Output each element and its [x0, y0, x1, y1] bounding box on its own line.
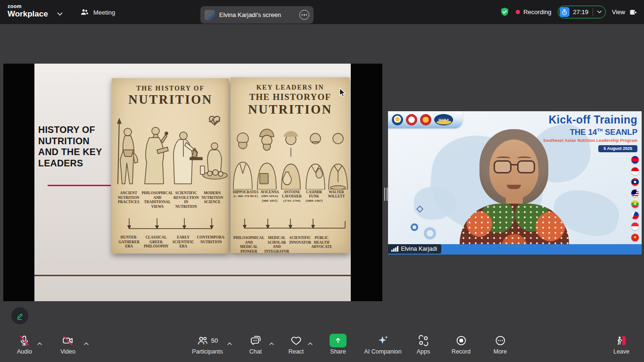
tab-options-ellipsis-icon[interactable] — [299, 10, 309, 20]
banner-title: Kick-off Training — [543, 114, 637, 126]
audio-level-icon — [391, 246, 398, 252]
wooden-floor-graphic — [34, 275, 351, 301]
timer-divider — [593, 8, 593, 16]
apps-icon — [418, 335, 429, 346]
poster1-stage: MODERN NUTRITION SCIENCE — [199, 191, 225, 209]
tab-screen-share[interactable]: Elvina Karjadi's screen — [200, 6, 314, 24]
video-button[interactable]: Video — [60, 334, 75, 355]
leader-column: WALTER WILLETT — [325, 190, 347, 203]
chat-icon — [250, 335, 262, 346]
apps-button[interactable]: Apps — [417, 334, 430, 355]
annotate-button[interactable] — [11, 307, 28, 324]
more-label: More — [494, 348, 507, 355]
leader-name: ANTOINE LAVOISIER — [282, 190, 302, 198]
speaker-eyebrow — [496, 156, 511, 160]
flag-singapore-icon — [631, 222, 639, 230]
glasses-lens — [494, 160, 512, 173]
poster1-stages-row: ANCIENT NUTRITION PRACTICES PHILOSOPHICA… — [116, 191, 225, 209]
meeting-tab-label: Meeting — [93, 9, 115, 16]
react-chevron-icon[interactable] — [308, 339, 313, 347]
poster2-title-line2: THE HISTORYOF — [231, 92, 350, 102]
record-icon — [455, 335, 467, 346]
tab-meeting[interactable]: Meeting — [80, 6, 115, 19]
poster1-stage: PHILOSOPHICAL AND TRADITIONAL VIEWS — [141, 191, 173, 209]
timer-chevron-down-icon[interactable] — [597, 10, 602, 14]
record-button[interactable]: Record — [452, 334, 471, 355]
leader-dates: (c. 460–370 BCE) — [233, 194, 258, 198]
chat-chevron-icon[interactable] — [269, 339, 274, 347]
leader-column: ANTOINE LAVOISIER(1743–1794) — [281, 190, 303, 203]
slide-accent-line — [48, 185, 111, 186]
timer-value: 27:19 — [573, 8, 589, 16]
react-button[interactable]: React — [289, 334, 304, 355]
poster1-eras-row: HUNTER- GATHERER ERA CLASSICAL GREEK PHI… — [116, 235, 225, 249]
more-ellipsis-icon — [494, 335, 506, 346]
chat-button[interactable]: Chat — [249, 334, 262, 355]
top-bar: zoom Workplace Meeting Elvina Karjadi's … — [0, 0, 644, 24]
leave-button[interactable]: Leave — [613, 334, 629, 355]
poster2-roles-row: PHILOSOPHICAL AND MEDICAL PIONEER MEDICA… — [233, 236, 328, 254]
record-label: Record — [452, 348, 471, 355]
view-label: View — [612, 8, 625, 16]
flag-laos-icon — [631, 178, 639, 186]
video-label: Video — [60, 348, 75, 355]
recording-label: Recording — [523, 8, 551, 16]
ring-decoration — [411, 223, 418, 231]
participants-icon — [197, 335, 209, 346]
poster1-timeline-graphic — [116, 218, 225, 233]
security-shield-icon[interactable] — [500, 7, 510, 17]
leader-column: CASIMIR FUNK(1884–1967) — [303, 190, 325, 203]
flag-indonesia-icon — [631, 167, 639, 175]
speaker-eyebrow — [517, 156, 531, 160]
poster1-era: EARLY SCIENTIFIC ERA — [170, 235, 197, 249]
timer-badge — [560, 7, 570, 17]
more-button[interactable]: More — [494, 334, 507, 355]
torch-logo-icon — [420, 114, 431, 125]
leader-name: CASIMIR FUNK — [306, 190, 322, 198]
ministry-logo-icon — [392, 114, 403, 125]
poster1-era: CLASSICAL GREEK PHILOSOPHY — [143, 235, 170, 249]
video-options-chevron-icon[interactable] — [84, 339, 89, 347]
banner-date-badge: 5 August 2025 — [598, 145, 637, 152]
people-icon — [80, 8, 89, 16]
poster1-stage: ANCIENT NUTRITION PRACTICES — [116, 191, 141, 209]
share-label: Share — [330, 348, 346, 355]
flag-myanmar-icon — [631, 200, 639, 208]
recording-indicator: Recording — [516, 8, 551, 16]
leader-role: PHILOSOPHICAL AND MEDICAL PIONEER — [233, 236, 264, 254]
leave-label: Leave — [613, 348, 629, 355]
meeting-timer[interactable]: 27:19 — [558, 6, 606, 18]
recording-dot-icon — [516, 10, 520, 14]
banner-subtitle-sup: TH — [597, 128, 603, 132]
pencil-icon — [16, 312, 25, 321]
react-label: React — [289, 348, 304, 355]
slide-title: HISTORY OF NUTRITION AND THE KEY LEADERS — [38, 124, 102, 169]
workspace-chevron-down-icon[interactable] — [57, 9, 63, 18]
leader-dates: (1743–1794) — [281, 199, 303, 203]
organizer-logo-strip: SEANLP — [388, 111, 462, 128]
ai-companion-button[interactable]: AI Companion — [364, 334, 401, 355]
poster2-leaders-row: HIPPOCRATES(c. 460–370 BCE) AVICENNA(IBN… — [233, 190, 347, 203]
speaker-mouth — [507, 185, 521, 189]
participants-button[interactable]: 50 Participants — [192, 334, 223, 355]
view-button[interactable]: View — [612, 8, 637, 16]
participants-chevron-icon[interactable] — [227, 339, 232, 347]
speaker-portrait — [460, 129, 569, 255]
leader-role: MEDICAL SCHOLAR AND INTEGRATOR — [264, 236, 289, 254]
poster1-era: CONTEMPORA- NUTRITION — [197, 235, 226, 249]
apps-label: Apps — [417, 348, 430, 355]
zoom-workplace-logo: zoom Workplace — [8, 4, 48, 18]
participants-label: Participants — [192, 348, 223, 355]
audio-options-chevron-icon[interactable] — [37, 339, 42, 347]
participant-video-tile[interactable]: SEANLP Kick-off Training THE 14TH SEANLP… — [388, 111, 642, 255]
audio-button[interactable]: Audio — [17, 334, 32, 355]
banner-subtitle-post: SEANLP — [603, 128, 637, 137]
share-arrow-up-icon — [330, 334, 347, 347]
share-button[interactable]: Share — [330, 334, 347, 355]
flag-cambodia-icon — [631, 156, 639, 164]
chat-label: Chat — [249, 348, 262, 355]
gear-logo-icon — [406, 114, 417, 125]
ring-decoration — [424, 227, 436, 239]
presentation-slide: HISTORY OF NUTRITION AND THE KEY LEADERS… — [34, 64, 351, 301]
participants-count: 50 — [211, 337, 218, 344]
